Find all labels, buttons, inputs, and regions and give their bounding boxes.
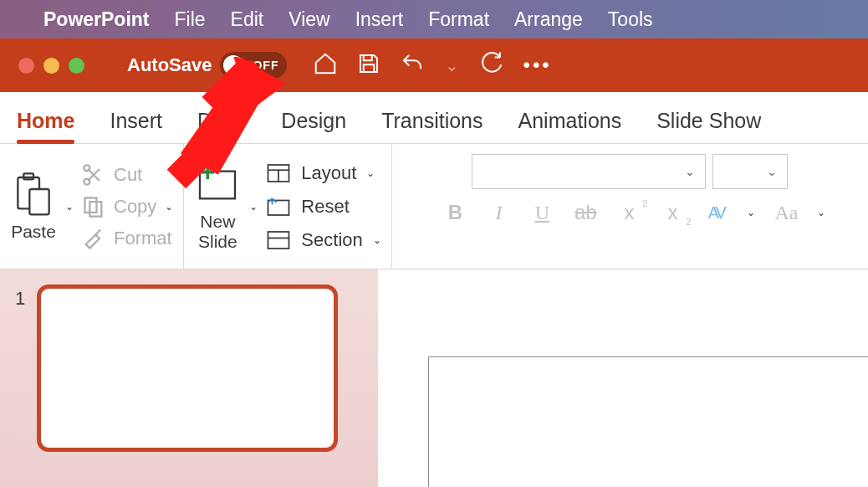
format-label: Format	[114, 228, 172, 249]
more-icon[interactable]: •••	[523, 54, 551, 77]
chevron-down-icon: ⌄	[685, 165, 695, 178]
superscript-button[interactable]: x	[616, 201, 641, 224]
autosave-toggle[interactable]: OFF	[220, 52, 287, 79]
paintbrush-icon	[82, 227, 105, 250]
tab-draw[interactable]: Draw	[197, 109, 246, 143]
mac-menu-view[interactable]: View	[288, 8, 329, 31]
tab-insert[interactable]: Insert	[110, 109, 162, 143]
layout-label: Layout	[301, 162, 356, 184]
mac-menu-insert[interactable]: Insert	[355, 8, 404, 31]
mac-menu-arrange[interactable]: Arrange	[514, 8, 583, 31]
font-family-select[interactable]: ⌄	[472, 154, 706, 189]
reset-label: Reset	[301, 196, 349, 218]
underline-button[interactable]: U	[529, 202, 554, 224]
mac-menubar: PowerPoint File Edit View Insert Format …	[0, 0, 868, 38]
strikethrough-button[interactable]: ab	[573, 201, 598, 224]
autosave-state: OFF	[253, 59, 278, 72]
char-spacing-button[interactable]: AV	[703, 203, 728, 223]
cut-button[interactable]: Cut	[82, 163, 173, 187]
group-slides: New Slide ⌄ Layout ⌄ Reset Section ⌄	[184, 144, 391, 269]
new-slide-dropdown-icon[interactable]: ⌄	[249, 201, 258, 213]
mac-menu-edit[interactable]: Edit	[231, 8, 264, 31]
undo-icon[interactable]	[400, 51, 425, 79]
mac-menu-tools[interactable]: Tools	[608, 8, 653, 31]
paste-dropdown-icon[interactable]: ⌄	[65, 201, 74, 213]
window-maximize-button[interactable]	[69, 58, 84, 74]
autosave-label: AutoSave	[127, 54, 212, 76]
section-label: Section	[301, 229, 362, 251]
svg-rect-14	[268, 232, 289, 249]
home-icon[interactable]	[313, 51, 338, 79]
italic-button[interactable]: I	[486, 202, 511, 224]
ribbon-home: Paste ⌄ Cut Copy ⌄ Format New Slide ⌄	[0, 144, 868, 269]
tab-transitions[interactable]: Transitions	[381, 109, 483, 143]
titlebar-quick-actions: ⌄ •••	[313, 51, 551, 79]
ribbon-tabs: Home Insert Draw Design Transitions Anim…	[0, 92, 868, 144]
font-size-select[interactable]: ⌄	[712, 154, 788, 189]
tab-slideshow[interactable]: Slide Show	[656, 109, 761, 143]
svg-rect-13	[268, 200, 289, 215]
redo-icon[interactable]	[479, 51, 504, 79]
chevron-down-icon: ⌄	[767, 165, 777, 178]
format-painter-button[interactable]: Format	[82, 227, 173, 250]
tab-home[interactable]: Home	[17, 109, 74, 143]
copy-button[interactable]: Copy ⌄	[82, 195, 173, 218]
thumb-number: 1	[15, 285, 25, 472]
paste-label: Paste	[11, 222, 56, 241]
window-close-button[interactable]	[18, 58, 34, 74]
paste-button[interactable]: Paste	[10, 172, 57, 241]
svg-rect-7	[200, 172, 235, 199]
svg-point-4	[84, 165, 89, 171]
subscript-button[interactable]: x	[660, 201, 685, 224]
slide-canvas-pane[interactable]	[378, 269, 868, 487]
slide-thumbnail[interactable]	[37, 285, 338, 452]
mac-menu-app[interactable]: PowerPoint	[43, 8, 150, 31]
section-button[interactable]: Section ⌄	[266, 228, 380, 253]
change-case-dropdown-icon[interactable]: ⌄	[817, 207, 825, 218]
tab-animations[interactable]: Animations	[518, 109, 622, 143]
layout-dropdown-icon[interactable]: ⌄	[366, 167, 375, 179]
mac-menu-file[interactable]: File	[175, 8, 206, 31]
slide-thumbnail-pane[interactable]: 1	[0, 269, 378, 487]
bold-button[interactable]: B	[442, 201, 467, 224]
group-clipboard: Paste ⌄ Cut Copy ⌄ Format	[0, 144, 184, 269]
svg-rect-2	[29, 189, 49, 214]
save-icon[interactable]	[356, 51, 381, 79]
group-font: ⌄ ⌄ B I U ab x x AV ⌄ Aa ⌄	[392, 144, 868, 269]
svg-rect-1	[23, 173, 33, 179]
copy-dropdown-icon[interactable]: ⌄	[165, 201, 173, 213]
reset-icon	[266, 194, 291, 219]
mac-menu-format[interactable]: Format	[428, 8, 489, 31]
scissors-icon	[82, 163, 105, 187]
copy-label: Copy	[114, 196, 156, 218]
slide-canvas[interactable]	[428, 356, 868, 487]
tab-design[interactable]: Design	[281, 109, 346, 143]
svg-point-3	[84, 178, 89, 184]
new-slide-label: New Slide	[198, 212, 237, 250]
section-dropdown-icon[interactable]: ⌄	[373, 234, 381, 246]
section-icon	[266, 228, 291, 253]
autosave-control: AutoSave OFF	[127, 52, 287, 79]
window-minimize-button[interactable]	[43, 58, 59, 74]
change-case-button[interactable]: Aa	[774, 202, 799, 224]
undo-dropdown-caret-icon[interactable]: ⌄	[445, 55, 459, 75]
layout-button[interactable]: Layout ⌄	[266, 161, 380, 186]
layout-icon	[266, 161, 291, 186]
workspace: 1	[0, 269, 868, 487]
toggle-knob-icon	[223, 55, 243, 75]
text-format-row: B I U ab x x AV ⌄ Aa ⌄	[434, 201, 825, 224]
char-spacing-dropdown-icon[interactable]: ⌄	[747, 207, 755, 218]
reset-button[interactable]: Reset	[266, 194, 380, 219]
window-titlebar: AutoSave OFF ⌄ •••	[0, 38, 868, 92]
cut-label: Cut	[114, 164, 142, 186]
new-slide-button[interactable]: New Slide	[194, 161, 241, 250]
copy-icon	[82, 195, 105, 218]
